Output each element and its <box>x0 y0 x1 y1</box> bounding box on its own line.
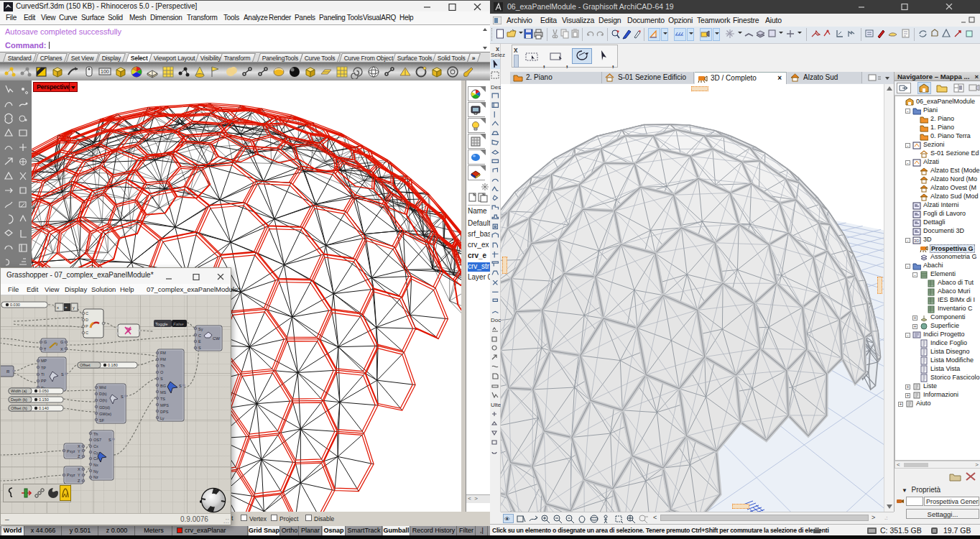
svg-text:S: S <box>198 346 201 350</box>
svg-text:TI: TI <box>41 372 45 377</box>
svg-text:MPS: MPS <box>160 403 169 407</box>
svg-text:Offset (h): Offset (h) <box>11 406 27 410</box>
svg-text:DPS: DPS <box>160 410 169 414</box>
svg-text:Wid: Wid <box>99 385 106 390</box>
svg-text:G: G <box>60 340 63 344</box>
svg-text:x: x <box>57 305 59 310</box>
svg-text:Sy: Sy <box>198 327 203 331</box>
svg-text:Y: Y <box>78 449 80 453</box>
svg-text:X: X <box>60 347 63 351</box>
svg-text:Y: Y <box>78 473 80 477</box>
svg-text:Depth (b): Depth (b) <box>11 397 27 402</box>
svg-text:S: S <box>121 395 124 399</box>
svg-text:Nz: Nz <box>93 475 98 479</box>
svg-text:0.030: 0.030 <box>10 303 20 307</box>
svg-text:S: S <box>179 384 182 388</box>
svg-text:E: E <box>198 339 201 344</box>
svg-text:100: 100 <box>101 69 109 74</box>
svg-text:y: y <box>73 305 75 310</box>
svg-text:BG: BG <box>160 384 166 388</box>
svg-text:P: P <box>85 324 88 328</box>
svg-text:G: G <box>44 340 47 344</box>
svg-text:S: S <box>61 372 64 377</box>
svg-text:O(h): O(h) <box>99 398 107 402</box>
svg-text:Th: Th <box>160 364 165 368</box>
svg-text:S: S <box>160 377 163 381</box>
svg-text:0.050: 0.050 <box>39 389 49 393</box>
svg-text:PP: PP <box>41 379 47 383</box>
svg-text:C: C <box>85 331 88 335</box>
svg-text:X: X <box>78 444 80 448</box>
svg-text:=: = <box>65 305 68 310</box>
svg-text:Cx: Cx <box>93 444 98 448</box>
svg-text:FM: FM <box>160 357 166 361</box>
svg-text:FM: FM <box>160 351 166 355</box>
svg-text:C: C <box>85 311 88 315</box>
svg-text:TS: TS <box>160 397 165 401</box>
svg-text:Ly: Ly <box>160 416 165 420</box>
svg-text:O: O <box>160 370 164 374</box>
svg-text:S: S <box>108 438 111 442</box>
svg-text:3D: 3D <box>914 239 920 243</box>
svg-text:GD(d): GD(d) <box>99 405 110 410</box>
svg-text:Th: Th <box>93 432 98 436</box>
svg-text:0.150: 0.150 <box>39 397 49 402</box>
svg-text:SF: SF <box>99 418 105 423</box>
svg-text:False: False <box>173 322 184 326</box>
svg-text:xyz: xyz <box>70 473 75 477</box>
svg-text:C: C <box>198 333 201 338</box>
svg-text:Ny: Ny <box>93 469 98 474</box>
svg-text:Toggle: Toggle <box>155 322 168 326</box>
svg-text:X: X <box>78 467 80 471</box>
svg-text:xyz: xyz <box>70 449 75 453</box>
svg-text:Width (a): Width (a) <box>11 389 27 393</box>
svg-text:CW: CW <box>213 336 220 341</box>
svg-text:R: R <box>6 369 10 374</box>
svg-text:0.140: 0.140 <box>39 406 49 410</box>
svg-text:TP: TP <box>41 366 46 370</box>
svg-text:GW(w): GW(w) <box>99 412 111 416</box>
svg-text:Offset: Offset <box>80 363 91 367</box>
svg-text:D: D <box>85 318 88 322</box>
svg-text:👁: 👁 <box>504 516 510 522</box>
svg-text:MS: MS <box>160 390 167 395</box>
svg-text:0.180: 0.180 <box>108 363 118 367</box>
svg-text:D(b): D(b) <box>99 392 107 396</box>
svg-text:MP: MP <box>41 359 47 363</box>
svg-text:Nx: Nx <box>93 463 98 467</box>
svg-text:Cy: Cy <box>93 451 98 455</box>
svg-text:OS7: OS7 <box>93 438 101 442</box>
